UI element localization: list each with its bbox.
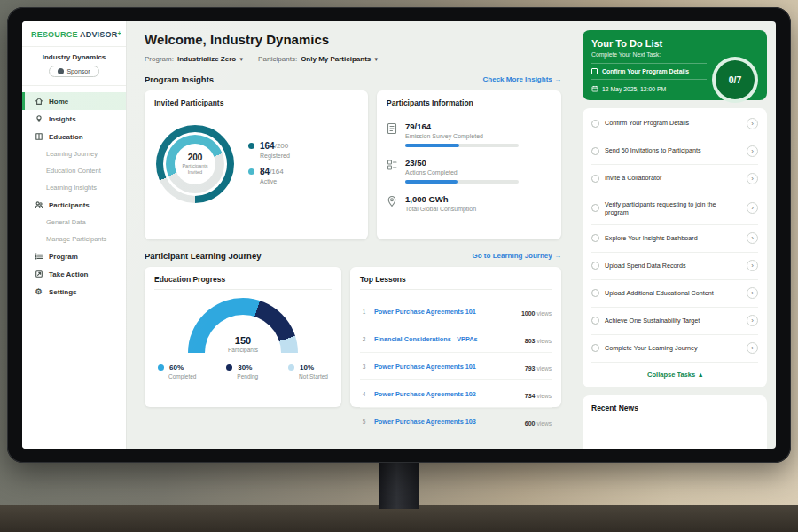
bulb-icon <box>34 114 43 124</box>
program-filter-value: Industrialize Zero <box>177 55 236 63</box>
consumption-pin-icon <box>387 195 398 208</box>
desk-surface <box>0 505 798 532</box>
task-checkbox[interactable] <box>591 204 599 212</box>
task-row[interactable]: Achieve One Sustainability Target › <box>591 308 758 335</box>
sidebar-subitem-label: Learning Journey <box>46 150 98 158</box>
sidebar-item-education-content[interactable]: Education Content <box>22 162 126 179</box>
chevron-right-icon[interactable]: › <box>747 232 758 244</box>
chevron-down-icon: ▼ <box>373 57 379 62</box>
participants-filter[interactable]: Participants: Only My Participants ▼ <box>258 55 379 63</box>
sidebar-item-label: Insights <box>49 115 76 123</box>
sidebar-item-general-data[interactable]: General Data <box>22 214 126 231</box>
sidebar-item-label: Education <box>49 133 83 141</box>
todo-progress-value: 0/7 <box>729 74 742 85</box>
lesson-link[interactable]: Financial Considerations - VPPAs <box>374 335 519 343</box>
sponsor-label: Sponsor <box>66 68 90 74</box>
chevron-right-icon[interactable]: › <box>747 118 758 129</box>
lesson-row[interactable]: 2 Financial Considerations - VPPAs 803vi… <box>360 325 552 353</box>
legend-item-pending: 30% Pending <box>226 364 258 379</box>
chevron-right-icon[interactable]: › <box>747 287 758 299</box>
chevron-right-icon[interactable]: › <box>747 342 758 354</box>
sidebar-subitem-label: General Data <box>46 218 86 226</box>
task-checkbox[interactable] <box>591 344 599 352</box>
sidebar-item-learning-insights[interactable]: Learning Insights <box>22 179 126 196</box>
program-filter-label: Program: <box>145 55 174 63</box>
check-more-insights-link[interactable]: Check More Insights → <box>483 75 561 83</box>
lesson-link[interactable]: Power Purchase Agreements 101 <box>374 308 515 316</box>
donut-center-value: 200 <box>188 153 203 162</box>
chevron-right-icon[interactable]: › <box>747 260 758 271</box>
next-task[interactable]: Confirm Your Program Details <box>591 63 707 80</box>
card-title: Invited Participants <box>154 98 358 113</box>
sidebar-item-manage-participants[interactable]: Manage Participants <box>22 231 126 247</box>
task-row[interactable]: Confirm Your Program Details › <box>591 110 758 137</box>
legend-item-not-started: 10% Not Started <box>288 364 328 379</box>
lesson-row[interactable]: 5 Power Purchase Agreements 103 600views <box>360 408 552 434</box>
invited-participants-donut: 200 Participants Invited <box>156 125 234 203</box>
chevron-right-icon[interactable]: › <box>747 315 758 326</box>
legend-dot <box>248 168 254 175</box>
program-filter[interactable]: Program: Industrialize Zero ▼ <box>145 55 244 63</box>
filters-bar: Program: Industrialize Zero ▼ Participan… <box>145 55 561 63</box>
task-checkbox[interactable] <box>591 317 599 325</box>
stat-global-consumption: 1,000 GWh Total Global Consumption <box>387 194 552 212</box>
chevron-down-icon: ▼ <box>239 57 244 62</box>
sidebar-item-insights[interactable]: Insights <box>22 110 126 128</box>
donut-center-label: Participants Invited <box>178 163 212 176</box>
sidebar-subitem-label: Education Content <box>46 167 101 175</box>
sidebar-item-label: Program <box>49 253 78 261</box>
task-checkbox[interactable] <box>591 175 599 183</box>
chevron-right-icon[interactable]: › <box>747 173 758 184</box>
todo-progress-ring: 0/7 <box>712 57 758 103</box>
todo-title: Your To Do List <box>591 38 758 49</box>
task-row[interactable]: Send 50 Invitations to Participants › <box>591 137 758 165</box>
sidebar-item-label: Home <box>49 98 68 106</box>
sidebar-item-label: Settings <box>49 288 77 296</box>
lesson-link[interactable]: Power Purchase Agreements 103 <box>374 418 519 426</box>
gear-icon: ⚙ <box>34 287 43 297</box>
checkbox-icon[interactable] <box>591 68 598 74</box>
actions-icon <box>387 159 398 172</box>
task-row[interactable]: Verify participants requesting to join t… <box>591 192 758 225</box>
donut-legend: 164/200 Registered 84/164 Active <box>248 133 290 192</box>
todo-panel: Your To Do List Complete Your Next Task:… <box>583 30 767 449</box>
task-checkbox[interactable] <box>591 289 599 297</box>
task-checkbox[interactable] <box>591 262 599 270</box>
task-row[interactable]: Upload Spend Data Records › <box>591 253 758 280</box>
task-row[interactable]: Explore Your Insights Dashboard › <box>591 225 758 253</box>
task-row[interactable]: Invite a Collaborator › <box>591 165 758 192</box>
lesson-row[interactable]: 4 Power Purchase Agreements 102 734views <box>360 380 552 408</box>
go-to-learning-journey-link[interactable]: Go to Learning Journey → <box>473 252 561 260</box>
task-row[interactable]: Upload Additional Educational Content › <box>591 280 758 308</box>
sidebar-item-take-action[interactable]: Take Action <box>22 265 126 283</box>
home-icon <box>34 97 43 106</box>
action-arrow-icon <box>34 270 43 279</box>
task-row[interactable]: Complete Your Learning Journey › <box>591 335 758 363</box>
list-icon <box>34 252 43 262</box>
sidebar-item-education[interactable]: Education <box>22 128 126 145</box>
chevron-right-icon[interactable]: › <box>747 202 758 214</box>
education-progress-card: Education Progress 150 Participants 60% … <box>145 267 341 407</box>
sidebar-item-participants[interactable]: Participants <box>22 196 126 214</box>
task-checkbox[interactable] <box>591 234 599 242</box>
sidebar-item-learning-journey[interactable]: Learning Journey <box>22 145 126 162</box>
lesson-link[interactable]: Power Purchase Agreements 101 <box>374 363 519 371</box>
task-checkbox[interactable] <box>591 147 599 155</box>
sponsor-badge[interactable]: Sponsor <box>49 66 98 77</box>
sidebar-item-program[interactable]: Program <box>22 247 126 265</box>
task-checkbox[interactable] <box>591 120 599 128</box>
lesson-link[interactable]: Power Purchase Agreements 102 <box>374 390 519 398</box>
logo-plus: + <box>117 30 121 36</box>
card-title: Participants Information <box>387 98 552 113</box>
chevron-up-icon: ▴ <box>699 371 702 379</box>
education-progress-gauge: 150 Participants <box>188 298 298 353</box>
collapse-tasks-button[interactable]: Collapse Tasks ▴ <box>591 363 758 386</box>
section-title: Participant Learning Journey <box>145 251 261 261</box>
task-list-card: Confirm Your Program Details › Send 50 I… <box>583 108 767 387</box>
sidebar-item-settings[interactable]: ⚙ Settings <box>22 283 126 301</box>
chevron-right-icon[interactable]: › <box>747 145 758 157</box>
sidebar-item-home[interactable]: Home <box>22 92 126 110</box>
page-title: Welcome, Industry Dynamics <box>145 32 561 47</box>
lesson-row[interactable]: 3 Power Purchase Agreements 101 793views <box>360 353 552 380</box>
lesson-row[interactable]: 1 Power Purchase Agreements 101 1000view… <box>360 298 552 325</box>
